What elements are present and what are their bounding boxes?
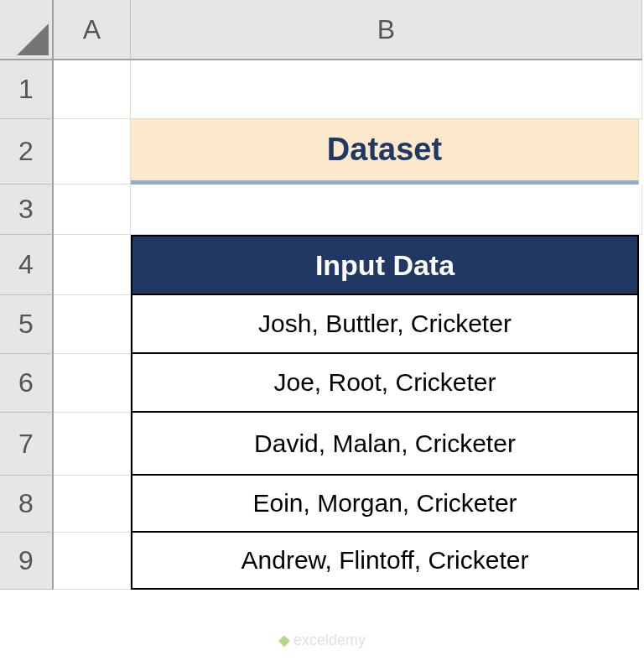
row-header-6[interactable]: 6 <box>0 354 54 413</box>
data-cell-2[interactable]: Joe, Root, Cricketer <box>131 354 639 413</box>
row-header-7[interactable]: 7 <box>0 413 54 476</box>
cell-b3[interactable] <box>131 185 642 235</box>
cell-a6[interactable] <box>54 354 131 413</box>
data-cell-1[interactable]: Josh, Buttler, Cricketer <box>131 295 639 354</box>
cell-b1[interactable] <box>131 60 642 119</box>
cell-a1[interactable] <box>54 60 131 119</box>
watermark: ◆ exceldemy <box>278 631 366 649</box>
row-header-8[interactable]: 8 <box>0 476 54 533</box>
row-header-1[interactable]: 1 <box>0 60 54 119</box>
cell-a5[interactable] <box>54 295 131 354</box>
row-header-3[interactable]: 3 <box>0 185 54 235</box>
data-cell-5[interactable]: Andrew, Flintoff, Cricketer <box>131 533 639 590</box>
cell-a9[interactable] <box>54 533 131 590</box>
column-header-a[interactable]: A <box>54 0 131 60</box>
cell-a7[interactable] <box>54 413 131 476</box>
row-header-9[interactable]: 9 <box>0 533 54 590</box>
column-header-b[interactable]: B <box>131 0 642 60</box>
row-header-2[interactable]: 2 <box>0 119 54 185</box>
select-all-corner[interactable] <box>0 0 54 60</box>
watermark-text: exceldemy <box>293 632 366 649</box>
data-cell-3[interactable]: David, Malan, Cricketer <box>131 413 639 476</box>
dataset-title-cell[interactable]: Dataset <box>131 119 639 185</box>
table-header-cell[interactable]: Input Data <box>131 235 639 295</box>
spreadsheet-grid: A B 1 2 Dataset 3 4 Input Data 5 Josh, B… <box>0 0 644 590</box>
cell-a2[interactable] <box>54 119 131 185</box>
excel-icon: ◆ <box>278 631 290 649</box>
row-header-5[interactable]: 5 <box>0 295 54 354</box>
cell-a4[interactable] <box>54 235 131 295</box>
cell-a8[interactable] <box>54 476 131 533</box>
data-cell-4[interactable]: Eoin, Morgan, Cricketer <box>131 476 639 533</box>
row-header-4[interactable]: 4 <box>0 235 54 295</box>
cell-a3[interactable] <box>54 185 131 235</box>
